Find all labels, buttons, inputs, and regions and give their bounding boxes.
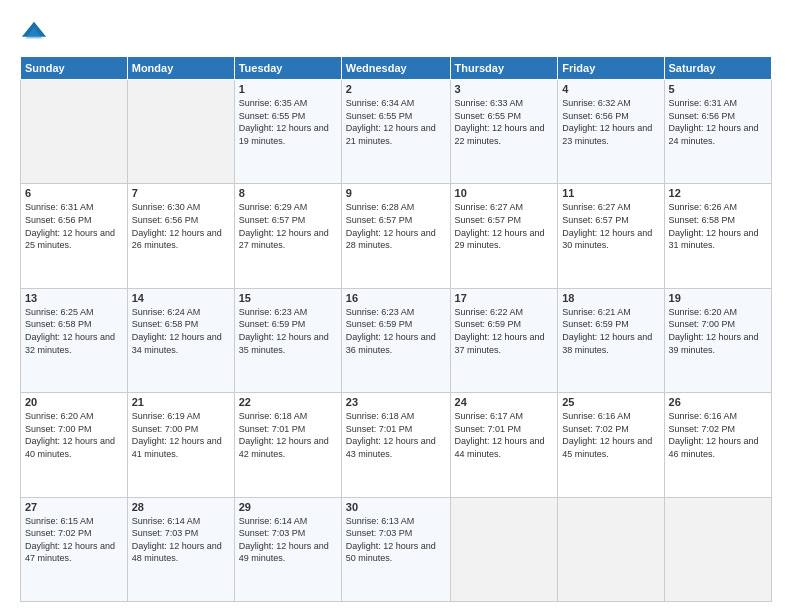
day-info: Sunrise: 6:14 AM Sunset: 7:03 PM Dayligh… bbox=[239, 515, 337, 565]
day-number: 1 bbox=[239, 83, 337, 95]
day-number: 15 bbox=[239, 292, 337, 304]
day-info: Sunrise: 6:16 AM Sunset: 7:02 PM Dayligh… bbox=[669, 410, 767, 460]
header-cell-friday: Friday bbox=[558, 57, 664, 80]
week-row-2: 13Sunrise: 6:25 AM Sunset: 6:58 PM Dayli… bbox=[21, 288, 772, 392]
week-row-1: 6Sunrise: 6:31 AM Sunset: 6:56 PM Daylig… bbox=[21, 184, 772, 288]
calendar-cell bbox=[21, 80, 128, 184]
day-number: 11 bbox=[562, 187, 659, 199]
day-info: Sunrise: 6:30 AM Sunset: 6:56 PM Dayligh… bbox=[132, 201, 230, 251]
calendar-cell: 17Sunrise: 6:22 AM Sunset: 6:59 PM Dayli… bbox=[450, 288, 558, 392]
calendar-cell: 7Sunrise: 6:30 AM Sunset: 6:56 PM Daylig… bbox=[127, 184, 234, 288]
day-info: Sunrise: 6:29 AM Sunset: 6:57 PM Dayligh… bbox=[239, 201, 337, 251]
calendar-cell: 23Sunrise: 6:18 AM Sunset: 7:01 PM Dayli… bbox=[341, 393, 450, 497]
calendar-cell: 4Sunrise: 6:32 AM Sunset: 6:56 PM Daylig… bbox=[558, 80, 664, 184]
calendar-cell: 20Sunrise: 6:20 AM Sunset: 7:00 PM Dayli… bbox=[21, 393, 128, 497]
day-number: 9 bbox=[346, 187, 446, 199]
calendar-cell: 12Sunrise: 6:26 AM Sunset: 6:58 PM Dayli… bbox=[664, 184, 771, 288]
day-info: Sunrise: 6:16 AM Sunset: 7:02 PM Dayligh… bbox=[562, 410, 659, 460]
calendar-cell: 19Sunrise: 6:20 AM Sunset: 7:00 PM Dayli… bbox=[664, 288, 771, 392]
day-number: 10 bbox=[455, 187, 554, 199]
day-number: 23 bbox=[346, 396, 446, 408]
calendar-cell: 3Sunrise: 6:33 AM Sunset: 6:55 PM Daylig… bbox=[450, 80, 558, 184]
calendar-cell: 8Sunrise: 6:29 AM Sunset: 6:57 PM Daylig… bbox=[234, 184, 341, 288]
calendar-cell: 25Sunrise: 6:16 AM Sunset: 7:02 PM Dayli… bbox=[558, 393, 664, 497]
day-info: Sunrise: 6:33 AM Sunset: 6:55 PM Dayligh… bbox=[455, 97, 554, 147]
day-info: Sunrise: 6:21 AM Sunset: 6:59 PM Dayligh… bbox=[562, 306, 659, 356]
logo-icon bbox=[20, 18, 48, 46]
calendar-cell: 22Sunrise: 6:18 AM Sunset: 7:01 PM Dayli… bbox=[234, 393, 341, 497]
calendar-body: 1Sunrise: 6:35 AM Sunset: 6:55 PM Daylig… bbox=[21, 80, 772, 602]
header-cell-thursday: Thursday bbox=[450, 57, 558, 80]
calendar-cell: 28Sunrise: 6:14 AM Sunset: 7:03 PM Dayli… bbox=[127, 497, 234, 601]
day-number: 27 bbox=[25, 501, 123, 513]
day-info: Sunrise: 6:15 AM Sunset: 7:02 PM Dayligh… bbox=[25, 515, 123, 565]
day-number: 5 bbox=[669, 83, 767, 95]
day-info: Sunrise: 6:26 AM Sunset: 6:58 PM Dayligh… bbox=[669, 201, 767, 251]
calendar-cell: 30Sunrise: 6:13 AM Sunset: 7:03 PM Dayli… bbox=[341, 497, 450, 601]
day-number: 30 bbox=[346, 501, 446, 513]
header-cell-wednesday: Wednesday bbox=[341, 57, 450, 80]
calendar-cell: 6Sunrise: 6:31 AM Sunset: 6:56 PM Daylig… bbox=[21, 184, 128, 288]
day-number: 19 bbox=[669, 292, 767, 304]
day-info: Sunrise: 6:13 AM Sunset: 7:03 PM Dayligh… bbox=[346, 515, 446, 565]
day-number: 21 bbox=[132, 396, 230, 408]
day-info: Sunrise: 6:19 AM Sunset: 7:00 PM Dayligh… bbox=[132, 410, 230, 460]
calendar-cell: 26Sunrise: 6:16 AM Sunset: 7:02 PM Dayli… bbox=[664, 393, 771, 497]
calendar-cell: 27Sunrise: 6:15 AM Sunset: 7:02 PM Dayli… bbox=[21, 497, 128, 601]
day-number: 17 bbox=[455, 292, 554, 304]
day-info: Sunrise: 6:23 AM Sunset: 6:59 PM Dayligh… bbox=[346, 306, 446, 356]
day-number: 3 bbox=[455, 83, 554, 95]
calendar-cell: 18Sunrise: 6:21 AM Sunset: 6:59 PM Dayli… bbox=[558, 288, 664, 392]
day-info: Sunrise: 6:17 AM Sunset: 7:01 PM Dayligh… bbox=[455, 410, 554, 460]
day-info: Sunrise: 6:24 AM Sunset: 6:58 PM Dayligh… bbox=[132, 306, 230, 356]
day-info: Sunrise: 6:32 AM Sunset: 6:56 PM Dayligh… bbox=[562, 97, 659, 147]
header-cell-tuesday: Tuesday bbox=[234, 57, 341, 80]
day-number: 24 bbox=[455, 396, 554, 408]
day-info: Sunrise: 6:31 AM Sunset: 6:56 PM Dayligh… bbox=[25, 201, 123, 251]
calendar-cell bbox=[558, 497, 664, 601]
day-number: 20 bbox=[25, 396, 123, 408]
day-number: 8 bbox=[239, 187, 337, 199]
logo bbox=[20, 18, 52, 46]
calendar-cell: 9Sunrise: 6:28 AM Sunset: 6:57 PM Daylig… bbox=[341, 184, 450, 288]
calendar-cell: 24Sunrise: 6:17 AM Sunset: 7:01 PM Dayli… bbox=[450, 393, 558, 497]
calendar-cell: 13Sunrise: 6:25 AM Sunset: 6:58 PM Dayli… bbox=[21, 288, 128, 392]
header-row: SundayMondayTuesdayWednesdayThursdayFrid… bbox=[21, 57, 772, 80]
day-info: Sunrise: 6:28 AM Sunset: 6:57 PM Dayligh… bbox=[346, 201, 446, 251]
day-info: Sunrise: 6:22 AM Sunset: 6:59 PM Dayligh… bbox=[455, 306, 554, 356]
day-info: Sunrise: 6:31 AM Sunset: 6:56 PM Dayligh… bbox=[669, 97, 767, 147]
calendar-cell: 10Sunrise: 6:27 AM Sunset: 6:57 PM Dayli… bbox=[450, 184, 558, 288]
calendar-cell: 16Sunrise: 6:23 AM Sunset: 6:59 PM Dayli… bbox=[341, 288, 450, 392]
day-info: Sunrise: 6:20 AM Sunset: 7:00 PM Dayligh… bbox=[669, 306, 767, 356]
day-number: 18 bbox=[562, 292, 659, 304]
day-number: 13 bbox=[25, 292, 123, 304]
calendar-header: SundayMondayTuesdayWednesdayThursdayFrid… bbox=[21, 57, 772, 80]
day-info: Sunrise: 6:25 AM Sunset: 6:58 PM Dayligh… bbox=[25, 306, 123, 356]
day-number: 2 bbox=[346, 83, 446, 95]
calendar-cell bbox=[664, 497, 771, 601]
header-cell-monday: Monday bbox=[127, 57, 234, 80]
header-cell-saturday: Saturday bbox=[664, 57, 771, 80]
day-number: 14 bbox=[132, 292, 230, 304]
day-number: 29 bbox=[239, 501, 337, 513]
calendar-cell: 2Sunrise: 6:34 AM Sunset: 6:55 PM Daylig… bbox=[341, 80, 450, 184]
day-info: Sunrise: 6:27 AM Sunset: 6:57 PM Dayligh… bbox=[562, 201, 659, 251]
day-number: 25 bbox=[562, 396, 659, 408]
day-number: 16 bbox=[346, 292, 446, 304]
calendar-cell: 15Sunrise: 6:23 AM Sunset: 6:59 PM Dayli… bbox=[234, 288, 341, 392]
day-number: 6 bbox=[25, 187, 123, 199]
page: SundayMondayTuesdayWednesdayThursdayFrid… bbox=[0, 0, 792, 612]
day-info: Sunrise: 6:18 AM Sunset: 7:01 PM Dayligh… bbox=[239, 410, 337, 460]
day-number: 4 bbox=[562, 83, 659, 95]
calendar-cell: 5Sunrise: 6:31 AM Sunset: 6:56 PM Daylig… bbox=[664, 80, 771, 184]
calendar-cell bbox=[450, 497, 558, 601]
header bbox=[20, 18, 772, 46]
day-info: Sunrise: 6:23 AM Sunset: 6:59 PM Dayligh… bbox=[239, 306, 337, 356]
calendar-cell: 11Sunrise: 6:27 AM Sunset: 6:57 PM Dayli… bbox=[558, 184, 664, 288]
calendar-cell: 14Sunrise: 6:24 AM Sunset: 6:58 PM Dayli… bbox=[127, 288, 234, 392]
day-info: Sunrise: 6:34 AM Sunset: 6:55 PM Dayligh… bbox=[346, 97, 446, 147]
week-row-4: 27Sunrise: 6:15 AM Sunset: 7:02 PM Dayli… bbox=[21, 497, 772, 601]
calendar-cell bbox=[127, 80, 234, 184]
calendar-cell: 29Sunrise: 6:14 AM Sunset: 7:03 PM Dayli… bbox=[234, 497, 341, 601]
calendar-table: SundayMondayTuesdayWednesdayThursdayFrid… bbox=[20, 56, 772, 602]
